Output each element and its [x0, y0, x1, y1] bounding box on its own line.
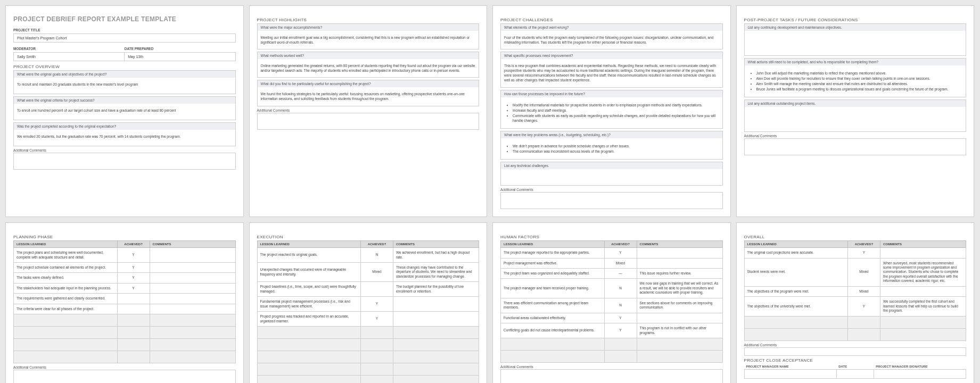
page-5: PLANNING PHASE LESSON LEARNED ACHIEVED? … [5, 222, 244, 383]
table-row: There was efficient communication among … [501, 298, 723, 313]
table-row: The project plans and scheduling were we… [14, 248, 236, 263]
page-4: POST-PROJECT TASKS / FUTURE CONSIDERATIO… [736, 5, 975, 217]
overall-table: LESSON LEARNED ACHIEVED? COMMENTS The or… [744, 240, 967, 340]
page-2: PROJECT HIGHLIGHTS What were the major a… [249, 5, 488, 217]
page-7: HUMAN FACTORS LESSON LEARNED ACHIEVED? C… [492, 222, 731, 383]
moderator-label: MODERATOR [13, 46, 125, 52]
page-1: PROJECT DEBRIEF REPORT EXAMPLE TEMPLATE … [5, 5, 244, 217]
moderator: Sally Smith [14, 53, 125, 61]
table-row: Project management was effective.Mixed [501, 258, 723, 268]
human-factors-table: LESSON LEARNED ACHIEVED? COMMENTS The pr… [500, 240, 723, 363]
page-3: PROJECT CHALLENGES What elements of the … [492, 5, 731, 217]
page-6: EXECUTION LESSON LEARNED ACHIEVED? COMME… [249, 222, 488, 383]
table-row: The tasks were clearly defined.Y [14, 273, 236, 283]
planning-table: LESSON LEARNED ACHIEVED? COMMENTS The pr… [13, 240, 236, 363]
table-row: Conflicting goals did not cause interdep… [501, 323, 723, 338]
date-prepared: May 13th [125, 53, 235, 61]
table-row: The original cost projections were accur… [744, 248, 966, 258]
page-8: OVERALL LESSON LEARNED ACHIEVED? COMMENT… [736, 222, 975, 383]
table-row: Unexpected changes that occurred were of… [257, 263, 479, 282]
project-title: Pilot Master's Program Cohort [14, 34, 235, 42]
date-prepared-label: DATE PREPARED [125, 46, 236, 52]
table-row: The objectives of the university were me… [744, 297, 966, 316]
main-title: PROJECT DEBRIEF REPORT EXAMPLE TEMPLATE [13, 15, 236, 23]
table-row: The requirements were gathered and clear… [14, 294, 236, 304]
table-row: The project schedule contained all eleme… [14, 263, 236, 273]
table-row: Student needs were met.MixedWhen surveye… [744, 258, 966, 286]
table-row: The project manager and team received pr… [501, 279, 723, 298]
table-row: The project reached its original goals.N… [257, 248, 479, 263]
table-row: The objectives of the program were met.M… [744, 286, 966, 296]
table-row: The project team was organized and adequ… [501, 269, 723, 279]
additional-comments-box [13, 153, 236, 170]
table-row: Fundamental project management processes… [257, 297, 479, 312]
table-row: Project progress was tracked and reporte… [257, 312, 479, 327]
table-row: The criteria were clear for all phases o… [14, 304, 236, 314]
table-row: The project manager reported to the appr… [501, 248, 723, 258]
overview-title: PROJECT OVERVIEW [13, 64, 236, 69]
table-row: Functional areas collaborated effectivel… [501, 313, 723, 323]
table-row: Project baselines (i.e., time, scope, an… [257, 282, 479, 297]
pages-grid: PROJECT DEBRIEF REPORT EXAMPLE TEMPLATE … [5, 5, 974, 383]
table-row: The stakeholders had adequate input in t… [14, 283, 236, 293]
execution-table: LESSON LEARNED ACHIEVED? COMMENTS The pr… [257, 240, 480, 383]
project-title-label: PROJECT TITLE [13, 27, 236, 33]
